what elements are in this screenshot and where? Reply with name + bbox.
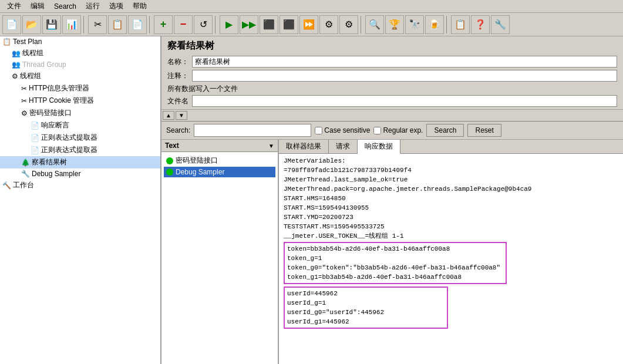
name-input[interactable] — [192, 56, 617, 68]
response-assert-icon: 📄 — [31, 122, 39, 130]
menu-help[interactable]: 帮助 — [128, 0, 151, 12]
right-panel: 察看结果树 名称： 注释： 所有数据写入一个文件 文件名 ▲ ▼ — [161, 36, 623, 364]
text-item-login[interactable]: 密码登陆接口 — [164, 154, 275, 167]
menu-search[interactable]: Search — [49, 1, 81, 12]
text-item-debug[interactable]: Debug Sampler — [164, 167, 275, 177]
test-plan-label: Test Plan — [13, 38, 42, 46]
tree-node-login-api[interactable]: ⚙ 密码登陆接口 — [0, 107, 160, 119]
save-button[interactable]: 💾 — [42, 15, 61, 34]
case-sensitive-check[interactable]: Case sensitive — [315, 126, 370, 134]
beer-button[interactable]: 🍺 — [425, 15, 444, 34]
tab-bar: 取样器结果 请求 响应数据 — [279, 140, 623, 154]
tree-node-response-assert[interactable]: 📄 响应断言 — [0, 119, 160, 132]
tree-node-test-plan[interactable]: 📋 Test Plan — [0, 36, 160, 47]
copy-button[interactable]: 📋 — [108, 15, 127, 34]
tree-node-regex-extractor1[interactable]: 📄 正则表达式提取器 — [0, 132, 160, 144]
search-button[interactable]: 🔍 — [365, 15, 384, 34]
result-line-14: userId_g=1 — [287, 298, 444, 308]
result-line-16: userId_g1=445962 — [287, 317, 444, 326]
login-api-label: 密码登陆接口 — [29, 108, 72, 118]
result-line-4: START.HMS=164850 — [284, 194, 618, 203]
remove-button[interactable]: − — [174, 15, 193, 34]
paste-button[interactable]: 📄 — [128, 15, 147, 34]
help-button[interactable]: ❓ — [471, 15, 490, 34]
panel-header: 察看结果树 名称： 注释： 所有数据写入一个文件 文件名 — [161, 36, 623, 110]
menu-file[interactable]: 文件 — [2, 0, 26, 12]
shutdown-button[interactable]: ⬛ — [279, 15, 298, 34]
regular-exp-check[interactable]: Regular exp. — [373, 126, 423, 134]
tree-node-regex-extractor2[interactable]: 📄 正则表达式提取器 — [0, 144, 160, 156]
menu-run[interactable]: 运行 — [81, 0, 105, 12]
file-input[interactable] — [192, 95, 617, 107]
sep3 — [215, 16, 217, 33]
tree-node-view-results-tree[interactable]: 🌲 察看结果树 — [0, 156, 160, 168]
reset-button[interactable]: ↺ — [194, 15, 213, 34]
new-button[interactable]: 📄 — [2, 15, 21, 34]
start-no-pause-button[interactable]: ▶▶ — [240, 15, 258, 34]
regular-exp-checkbox[interactable] — [373, 127, 381, 134]
http-header-icon: ✂ — [21, 85, 27, 93]
tab-sampler[interactable]: 取样器结果 — [279, 140, 329, 153]
panel-title: 察看结果树 — [167, 40, 617, 52]
remote-start-button[interactable]: ⏩ — [299, 15, 318, 34]
test-plan-icon: 📋 — [2, 38, 11, 46]
tree-node-thread-group-3[interactable]: ⚙ 线程组 — [0, 70, 160, 82]
login-item-label: 密码登陆接口 — [176, 156, 218, 166]
result-line-12: token_g1=bb3ab54b-a2d6-40ef-ba31-b46aaff… — [287, 272, 503, 282]
start-button[interactable]: ▶ — [220, 15, 238, 34]
regex-extractor2-icon: 📄 — [31, 146, 39, 154]
name-label: 名称： — [167, 57, 188, 67]
workbench-icon: 🔨 — [2, 181, 11, 190]
text-panel-dropdown-icon[interactable]: ▼ — [268, 143, 274, 149]
search-input[interactable] — [194, 124, 311, 137]
search-bar: Search: Case sensitive Regular exp. Sear… — [161, 122, 623, 140]
results-button[interactable]: 🏆 — [385, 15, 404, 34]
main-container: 📋 Test Plan 👥 线程组 👥 Thread Group ⚙ 线程组 ✂… — [0, 36, 623, 364]
thread-group-3-icon: ⚙ — [12, 72, 18, 80]
debug-sampler-icon: 🔧 — [21, 170, 30, 178]
remote-stop-button[interactable]: ⚙ — [319, 15, 338, 34]
sep4 — [361, 16, 363, 33]
nav-down-button[interactable]: ▼ — [176, 111, 187, 120]
text-panel-body: 密码登陆接口 Debug Sampler — [161, 152, 278, 364]
thread-group-1-icon: 👥 — [12, 49, 21, 58]
add-button[interactable]: + — [154, 15, 173, 34]
result-line-7: TESTSTART.MS=1595495533725 — [284, 222, 618, 231]
search-button[interactable]: Search — [426, 124, 464, 137]
file-label: 文件名 — [167, 96, 188, 106]
tree-node-thread-group-2[interactable]: 👥 Thread Group — [0, 59, 160, 70]
search-label: Search: — [166, 126, 190, 134]
result-content: JMeterVariables: =798ff89fadc1b121c79873… — [279, 154, 623, 364]
thread-group-3-label: 线程组 — [20, 71, 41, 81]
reset-button[interactable]: Reset — [467, 124, 501, 137]
menu-edit[interactable]: 编辑 — [26, 0, 49, 12]
left-panel: 📋 Test Plan 👥 线程组 👥 Thread Group ⚙ 线程组 ✂… — [0, 36, 161, 364]
cut-button[interactable]: ✂ — [88, 15, 107, 34]
regex-extractor1-icon: 📄 — [31, 134, 39, 142]
name-row: 名称： — [167, 56, 617, 68]
telescope-button[interactable]: 🔭 — [405, 15, 424, 34]
comment-input[interactable] — [192, 70, 617, 82]
tree-node-debug-sampler[interactable]: 🔧 Debug Sampler — [0, 168, 160, 179]
content-area: Text ▼ 密码登陆接口 Debug Sampler — [161, 140, 623, 364]
tab-request[interactable]: 请求 — [329, 140, 358, 153]
stop-button[interactable]: ⬛ — [260, 15, 278, 34]
save-as-button[interactable]: 📊 — [62, 15, 81, 34]
response-assert-label: 响应断言 — [41, 120, 69, 130]
nav-up-button[interactable]: ▲ — [163, 111, 174, 120]
result-line-15: userId_g0="userId":445962 — [287, 308, 444, 317]
tree-node-workbench[interactable]: 🔨 工作台 — [0, 179, 160, 191]
case-sensitive-checkbox[interactable] — [315, 127, 322, 134]
file-row: 文件名 — [167, 95, 617, 107]
menu-options[interactable]: 选项 — [105, 0, 128, 12]
tree-node-http-cookie[interactable]: ✂ HTTP Cookie 管理器 — [0, 95, 160, 107]
tree-node-thread-group-1[interactable]: 👥 线程组 — [0, 47, 160, 59]
remote-shutdown-button[interactable]: ⚙ — [339, 15, 358, 34]
login-api-icon: ⚙ — [21, 109, 28, 117]
open-button[interactable]: 📂 — [22, 15, 41, 34]
tree-node-http-header[interactable]: ✂ HTTP信息头管理器 — [0, 82, 160, 95]
thread-group-2-icon: 👥 — [12, 60, 21, 69]
tab-response[interactable]: 响应数据 — [358, 140, 400, 154]
function-button[interactable]: 🔧 — [491, 15, 510, 34]
template-button[interactable]: 📋 — [451, 15, 470, 34]
